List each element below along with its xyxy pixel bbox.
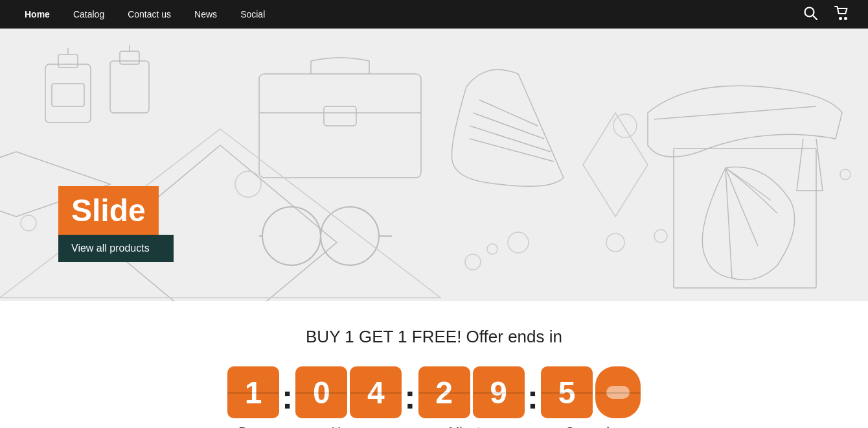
slide-badge: Slide <box>58 186 159 235</box>
seconds-group: 5 Seconds <box>541 366 641 428</box>
nav-catalog[interactable]: Catalog <box>62 0 116 29</box>
offer-section: BUY 1 GET 1 FREE! Offer ends in 1 Days :… <box>0 301 868 428</box>
offer-title: BUY 1 GET 1 FREE! Offer ends in <box>0 327 868 347</box>
search-button[interactable] <box>798 3 823 26</box>
svg-point-3 <box>845 18 847 19</box>
days-group: 1 Days <box>227 366 279 428</box>
minutes-digit-1: 2 <box>418 366 470 418</box>
navbar: Home Catalog Contact us News Social <box>0 0 868 29</box>
days-label: Days <box>238 425 268 428</box>
svg-point-2 <box>839 18 841 19</box>
hours-label: Hours <box>332 425 366 428</box>
days-digit: 1 <box>227 366 279 418</box>
countdown: 1 Days : 0 4 Hours : 2 9 Minutes : 5 <box>0 366 868 428</box>
search-icon <box>803 6 817 23</box>
days-digits: 1 <box>227 366 279 418</box>
colon-3: : <box>527 377 538 416</box>
svg-line-1 <box>813 16 817 19</box>
colon-2: : <box>404 377 415 416</box>
nav-contact[interactable]: Contact us <box>116 0 183 29</box>
nav-home[interactable]: Home <box>13 0 62 29</box>
nav-icons <box>798 3 855 26</box>
nav-links: Home Catalog Contact us News Social <box>13 0 277 29</box>
seconds-label: Seconds <box>565 425 616 428</box>
minutes-digit-2: 9 <box>473 366 525 418</box>
minutes-group: 2 9 Minutes <box>418 366 525 428</box>
colon-1: : <box>282 377 293 416</box>
cart-button[interactable] <box>829 3 855 26</box>
minutes-label: Minutes <box>449 425 494 428</box>
hours-digit-1: 0 <box>295 366 347 418</box>
cart-icon <box>834 6 850 23</box>
hero-banner: Slide View all products <box>0 29 868 301</box>
seconds-digit-1: 5 <box>541 366 593 418</box>
seconds-digits: 5 <box>541 366 641 418</box>
hours-digits: 0 4 <box>295 366 402 418</box>
hours-group: 0 4 Hours <box>295 366 402 428</box>
nav-news[interactable]: News <box>183 0 229 29</box>
nav-social[interactable]: Social <box>229 0 277 29</box>
hero-content: Slide View all products <box>58 186 174 262</box>
minutes-digits: 2 9 <box>418 366 525 418</box>
view-all-button[interactable]: View all products <box>58 235 174 262</box>
seconds-digit-2 <box>595 366 641 418</box>
hours-digit-2: 4 <box>350 366 402 418</box>
